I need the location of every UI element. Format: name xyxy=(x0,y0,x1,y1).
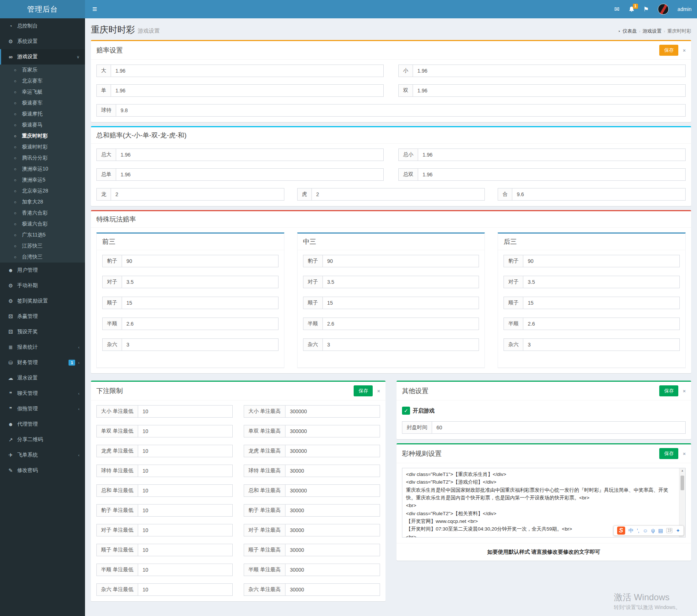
sum-small-input[interactable] xyxy=(418,148,686,161)
special-odds-input[interactable] xyxy=(322,255,479,267)
special-odds-input[interactable] xyxy=(322,338,479,351)
submenu-item[interactable]: ○ 百家乐 xyxy=(0,65,85,76)
special-odds-input[interactable] xyxy=(122,297,279,309)
bet-limit-input[interactable] xyxy=(285,465,380,477)
ime-icon[interactable]: ✦ xyxy=(676,528,680,533)
save-button[interactable]: 保存 xyxy=(659,45,678,56)
scrollbar-thumb[interactable] xyxy=(681,476,684,490)
sidebar-item-fly-order[interactable]: ✈ 飞单系统 ‹ xyxy=(0,447,85,463)
special-odds-input[interactable] xyxy=(122,338,279,351)
special-odds-input[interactable] xyxy=(122,255,279,267)
close-time-input[interactable] xyxy=(432,421,686,434)
ime-icon[interactable]: ψ xyxy=(651,528,655,533)
special-odds-input[interactable] xyxy=(122,318,279,330)
tiger-input[interactable] xyxy=(311,188,485,201)
breadcrumb-dashboard[interactable]: 仪表盘 xyxy=(623,28,637,34)
bet-limit-input[interactable] xyxy=(285,405,380,418)
flag-icon[interactable]: ⚑ xyxy=(643,6,649,12)
sidebar-item-manual-period[interactable]: ⚙ 手动补期 xyxy=(0,278,85,293)
odds-big-input[interactable] xyxy=(111,65,384,77)
sum-even-input[interactable] xyxy=(418,168,686,181)
sidebar-item-kill-win[interactable]: ⚄ 杀赢管理 xyxy=(0,309,85,324)
sidebar-item-finance[interactable]: ⛁ 财务管理 1 ‹ xyxy=(0,355,85,370)
bet-limit-input[interactable] xyxy=(138,465,233,477)
submenu-item[interactable]: ○ 幸运飞艇 xyxy=(0,87,85,98)
sidebar-item-agents[interactable]: ☻ 代理管理 xyxy=(0,417,85,432)
ime-icon[interactable]: ☺ xyxy=(643,528,648,533)
odds-even-input[interactable] xyxy=(413,84,686,97)
bet-limit-input[interactable] xyxy=(138,425,233,437)
ime-icon[interactable]: ▤ xyxy=(658,528,663,533)
sidebar-item-game-settings[interactable]: ∞ 游戏设置 ∨ xyxy=(0,49,85,65)
submenu-item[interactable]: ○ 极速时时彩 xyxy=(0,142,85,153)
odds-small-input[interactable] xyxy=(413,65,686,77)
sum-big-input[interactable] xyxy=(116,148,384,161)
breadcrumb-game-settings[interactable]: 游戏设置 xyxy=(642,28,661,34)
odds-odd-input[interactable] xyxy=(111,84,384,97)
bet-limit-input[interactable] xyxy=(138,564,233,576)
special-odds-input[interactable] xyxy=(523,255,680,267)
bet-limit-input[interactable] xyxy=(285,504,380,517)
submenu-item[interactable]: ○ 重庆时时彩 xyxy=(0,131,85,142)
submenu-item[interactable]: ○ 澳洲幸运10 xyxy=(0,164,85,175)
sidebar-item-fake-drag[interactable]: ❞ 假拖管理 ‹ xyxy=(0,401,85,417)
bet-limit-input[interactable] xyxy=(138,583,233,596)
sidebar-item-change-password[interactable]: ✎ 修改密码 xyxy=(0,463,85,478)
sum-odd-input[interactable] xyxy=(116,168,384,181)
sidebar-item-signin-reward[interactable]: ⚙ 签到奖励设置 xyxy=(0,293,85,309)
submenu-item[interactable]: ○ 广东11选5 xyxy=(0,230,85,241)
scroll-up-icon[interactable]: ▲ xyxy=(681,469,684,472)
close-icon[interactable]: × xyxy=(683,388,686,394)
sidebar-item-rebate[interactable]: ☁ 退水设置 xyxy=(0,370,85,386)
bet-limit-input[interactable] xyxy=(285,425,380,437)
special-odds-input[interactable] xyxy=(322,318,479,330)
bet-limit-input[interactable] xyxy=(285,445,380,457)
submenu-item[interactable]: ○ 极速赛车 xyxy=(0,98,85,109)
notifications-bell-icon[interactable]: 1 xyxy=(628,6,635,12)
special-odds-input[interactable] xyxy=(322,297,479,309)
special-odds-input[interactable] xyxy=(523,276,680,288)
tie-input[interactable] xyxy=(512,188,686,201)
sidebar-item-reports[interactable]: ≣ 报表统计 ‹ xyxy=(0,340,85,355)
bet-limit-input[interactable] xyxy=(285,484,380,497)
close-icon[interactable]: × xyxy=(683,48,686,53)
bet-limit-input[interactable] xyxy=(138,405,233,418)
odds-ball-special-input[interactable] xyxy=(116,104,686,117)
special-odds-input[interactable] xyxy=(122,276,279,288)
submenu-item[interactable]: ○ 极速赛马 xyxy=(0,120,85,131)
submenu-item[interactable]: ○ 江苏快三 xyxy=(0,241,85,252)
sidebar-item-system-settings[interactable]: ⚙ 系统设置 xyxy=(0,34,85,49)
submenu-item[interactable]: ○ 台湾快三 xyxy=(0,252,85,263)
ime-icon[interactable]: ’, xyxy=(637,528,639,533)
dragon-input[interactable] xyxy=(111,188,284,201)
submenu-item[interactable]: ○ 极速六合彩 xyxy=(0,219,85,230)
special-odds-input[interactable] xyxy=(523,297,680,309)
sogou-logo-icon[interactable]: S xyxy=(617,527,625,535)
bet-limit-input[interactable] xyxy=(138,484,233,497)
avatar[interactable] xyxy=(658,4,669,15)
app-title[interactable]: 管理后台 xyxy=(0,0,85,18)
submenu-item[interactable]: ○ 腾讯分分彩 xyxy=(0,153,85,164)
sidebar-item-users[interactable]: ☻ 用户管理 xyxy=(0,263,85,278)
sidebar-item-preset-draw[interactable]: ⚄ 预设开奖 xyxy=(0,324,85,340)
save-button[interactable]: 保存 xyxy=(659,385,678,396)
sidebar-item-dashboard[interactable]: ◔ 总控制台 xyxy=(0,18,85,34)
submenu-item[interactable]: ○ 北京幸运28 xyxy=(0,186,85,197)
special-odds-input[interactable] xyxy=(523,318,680,330)
bet-limit-input[interactable] xyxy=(138,504,233,517)
submenu-item[interactable]: ○ 极速摩托 xyxy=(0,109,85,120)
messages-icon[interactable]: ✉ xyxy=(614,6,619,12)
bet-limit-input[interactable] xyxy=(285,524,380,536)
submenu-item[interactable]: ○ 加拿大28 xyxy=(0,197,85,208)
enable-game-checkbox[interactable]: ✓ xyxy=(402,407,410,415)
rules-editor[interactable]: <div class="RuleT1">【重庆欢乐生肖】</div> <div … xyxy=(402,468,686,538)
save-button[interactable]: 保存 xyxy=(354,385,373,396)
bet-limit-input[interactable] xyxy=(285,564,380,576)
submenu-item[interactable]: ○ 澳洲幸运5 xyxy=(0,175,85,186)
close-icon[interactable]: × xyxy=(683,451,686,456)
sidebar-toggle-icon[interactable]: ≡ xyxy=(91,5,99,13)
bet-limit-input[interactable] xyxy=(138,445,233,457)
username[interactable]: admin xyxy=(678,6,692,12)
sidebar-item-share-qrcode[interactable]: ↗ 分享二维码 xyxy=(0,432,85,447)
save-button[interactable]: 保存 xyxy=(659,448,678,459)
